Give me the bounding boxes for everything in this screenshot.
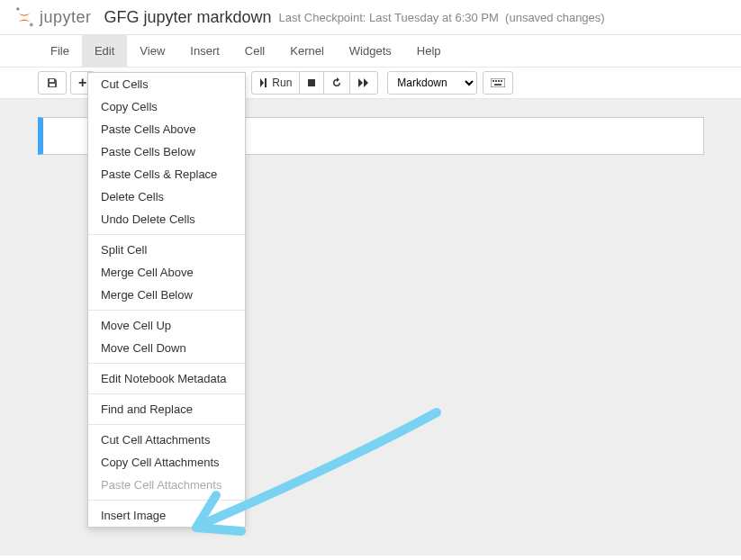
edit-merge-cell-below[interactable]: Merge Cell Below — [88, 284, 245, 306]
restart-run-all-button[interactable] — [350, 71, 378, 95]
separator — [88, 234, 245, 235]
stop-icon — [307, 78, 316, 87]
notebook-title[interactable]: GFG jupyter markdown — [104, 8, 272, 27]
svg-rect-9 — [494, 84, 502, 86]
edit-notebook-metadata[interactable]: Edit Notebook Metadata — [88, 367, 245, 390]
menubar: File Edit View Insert Cell Kernel Widget… — [0, 35, 741, 68]
edit-cut-cell-attachments[interactable]: Cut Cell Attachments — [88, 429, 245, 451]
menu-view[interactable]: View — [127, 35, 177, 67]
separator — [88, 363, 245, 364]
keyboard-icon — [491, 78, 505, 87]
svg-rect-7 — [498, 80, 500, 82]
fast-forward-icon — [357, 78, 370, 87]
edit-paste-cells-replace[interactable]: Paste Cells & Replace — [88, 163, 245, 185]
svg-rect-6 — [495, 80, 497, 82]
edit-find-replace[interactable]: Find and Replace — [88, 398, 245, 420]
edit-paste-cell-attachments: Paste Cell Attachments — [88, 474, 245, 496]
restart-icon — [331, 77, 342, 88]
header: jupyter GFG jupyter markdown Last Checkp… — [0, 0, 741, 35]
menu-cell[interactable]: Cell — [232, 35, 277, 67]
menu-widgets[interactable]: Widgets — [337, 35, 404, 67]
save-icon — [46, 77, 59, 89]
run-label: Run — [272, 77, 292, 89]
edit-copy-cell-attachments[interactable]: Copy Cell Attachments — [88, 451, 245, 474]
separator — [88, 310, 245, 311]
jupyter-logo[interactable]: jupyter — [13, 5, 92, 29]
restart-button[interactable] — [324, 71, 350, 95]
jupyter-icon — [13, 5, 36, 29]
edit-delete-cells[interactable]: Delete Cells — [88, 185, 245, 208]
svg-rect-4 — [491, 78, 505, 87]
menu-insert[interactable]: Insert — [177, 35, 232, 67]
svg-rect-5 — [492, 80, 494, 82]
logo-text: jupyter — [40, 8, 92, 27]
menu-kernel[interactable]: Kernel — [277, 35, 337, 67]
edit-insert-image[interactable]: Insert Image — [88, 504, 245, 527]
edit-merge-cell-above[interactable]: Merge Cell Above — [88, 261, 245, 284]
svg-rect-2 — [265, 78, 267, 87]
menu-edit[interactable]: Edit — [82, 35, 127, 67]
svg-rect-3 — [308, 79, 315, 86]
svg-point-1 — [30, 23, 33, 27]
command-palette-button[interactable] — [483, 71, 513, 95]
edit-cut-cells[interactable]: Cut Cells — [88, 73, 245, 95]
menu-help[interactable]: Help — [404, 35, 454, 67]
play-icon — [259, 78, 268, 87]
edit-dropdown: Cut Cells Copy Cells Paste Cells Above P… — [87, 72, 246, 528]
edit-copy-cells[interactable]: Copy Cells — [88, 95, 245, 118]
edit-split-cell[interactable]: Split Cell — [88, 239, 245, 261]
run-button[interactable]: Run — [251, 71, 300, 95]
edit-paste-cells-above[interactable]: Paste Cells Above — [88, 118, 245, 140]
edit-move-cell-up[interactable]: Move Cell Up — [88, 314, 245, 337]
celltype-select[interactable]: Markdown — [387, 71, 477, 95]
save-button[interactable] — [38, 71, 67, 95]
edit-move-cell-down[interactable]: Move Cell Down — [88, 337, 245, 359]
edit-undo-delete-cells[interactable]: Undo Delete Cells — [88, 208, 245, 230]
checkpoint-text: Last Checkpoint: Last Tuesday at 6:30 PM… — [279, 11, 605, 24]
edit-paste-cells-below[interactable]: Paste Cells Below — [88, 140, 245, 163]
svg-point-0 — [16, 7, 19, 10]
separator — [88, 393, 245, 394]
menu-file[interactable]: File — [38, 35, 82, 67]
interrupt-button[interactable] — [300, 71, 324, 95]
separator — [88, 500, 245, 501]
svg-rect-8 — [501, 80, 502, 82]
separator — [88, 424, 245, 425]
